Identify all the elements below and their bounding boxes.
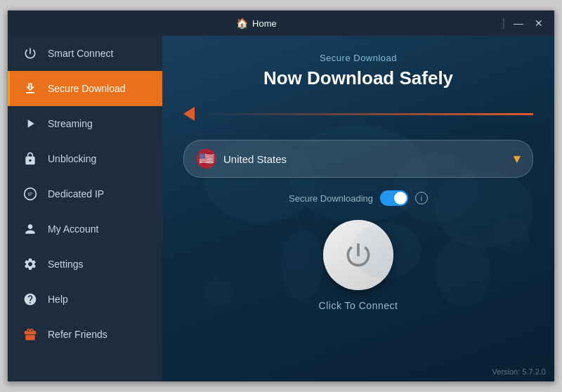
arrow-container bbox=[183, 103, 533, 124]
sidebar-item-label: Smart Connect bbox=[48, 48, 113, 59]
arrow-line bbox=[195, 113, 533, 115]
sidebar-item-refer-friends[interactable]: Refer Friends bbox=[8, 317, 162, 352]
title-bar-controls: | — ✕ bbox=[499, 17, 549, 30]
country-selector[interactable]: 🇺🇸 United States ▾ bbox=[183, 140, 533, 178]
country-name: United States bbox=[223, 153, 507, 165]
svg-point-7 bbox=[281, 230, 323, 300]
settings-icon bbox=[22, 256, 38, 272]
chevron-down-icon: ▾ bbox=[514, 151, 520, 166]
panel-title: Now Download Safely bbox=[263, 67, 453, 89]
sidebar-item-my-account[interactable]: My Account bbox=[8, 211, 162, 247]
secure-downloading-toggle[interactable] bbox=[380, 190, 408, 206]
ip-icon: IP bbox=[22, 186, 38, 202]
sidebar-item-secure-download[interactable]: Secure Download bbox=[8, 71, 162, 106]
panel-subtitle: Secure Download bbox=[320, 53, 397, 63]
sidebar-item-label: Settings bbox=[48, 259, 84, 270]
info-icon[interactable]: i bbox=[415, 192, 428, 204]
toggle-knob bbox=[394, 192, 407, 204]
play-icon bbox=[22, 116, 38, 131]
sidebar-item-label: Unblocking bbox=[48, 153, 96, 164]
account-icon bbox=[22, 221, 38, 237]
sidebar-item-label: My Account bbox=[48, 223, 98, 235]
secure-downloading-row: Secure Downloading i bbox=[289, 190, 428, 206]
sidebar-item-help[interactable]: Help bbox=[8, 282, 162, 317]
power-button-container bbox=[323, 220, 393, 290]
connect-label: Click To Connect bbox=[319, 300, 398, 311]
sidebar-item-label: Dedicated IP bbox=[48, 188, 104, 200]
sidebar-item-label: Secure Download bbox=[48, 83, 126, 94]
separator: | bbox=[502, 17, 505, 30]
main-content: Smart Connect Secure Download Streaming … bbox=[8, 36, 554, 381]
gift-icon bbox=[22, 327, 38, 342]
home-label: Home bbox=[252, 18, 277, 29]
power-icon bbox=[22, 46, 38, 61]
connect-power-button[interactable] bbox=[323, 220, 393, 290]
svg-point-8 bbox=[436, 237, 492, 307]
app-window: 🏠 Home | — ✕ Smart Connect Secure Downlo… bbox=[7, 10, 555, 382]
minimize-button[interactable]: — bbox=[508, 17, 529, 30]
home-button[interactable]: 🏠 Home bbox=[236, 18, 277, 29]
sidebar-item-label: Help bbox=[48, 294, 68, 305]
sidebar-item-smart-connect[interactable]: Smart Connect bbox=[8, 36, 162, 71]
version-text: Version: 5.7.2.0 bbox=[492, 367, 546, 376]
sidebar-item-streaming[interactable]: Streaming bbox=[8, 106, 162, 141]
sidebar-item-dedicated-ip[interactable]: IP Dedicated IP bbox=[8, 176, 162, 211]
svg-point-9 bbox=[204, 279, 233, 307]
lock-icon bbox=[22, 151, 38, 166]
right-panel: Secure Download Now Download Safely 🇺🇸 U… bbox=[162, 36, 554, 381]
svg-point-10 bbox=[495, 219, 530, 254]
sidebar-item-label: Streaming bbox=[48, 118, 93, 129]
title-bar: 🏠 Home | — ✕ bbox=[8, 11, 554, 36]
arrow-head bbox=[183, 107, 195, 121]
download-icon bbox=[22, 81, 38, 96]
sidebar: Smart Connect Secure Download Streaming … bbox=[8, 36, 162, 381]
close-button[interactable]: ✕ bbox=[529, 17, 549, 30]
svg-text:IP: IP bbox=[28, 192, 33, 197]
power-button-icon bbox=[343, 240, 374, 270]
sidebar-item-label: Refer Friends bbox=[48, 329, 107, 340]
svg-point-5 bbox=[436, 170, 533, 247]
help-icon bbox=[22, 292, 38, 307]
country-flag: 🇺🇸 bbox=[197, 149, 216, 169]
sidebar-item-unblocking[interactable]: Unblocking bbox=[8, 141, 162, 176]
home-icon: 🏠 bbox=[236, 18, 248, 29]
sidebar-item-settings[interactable]: Settings bbox=[8, 247, 162, 282]
secure-downloading-label: Secure Downloading bbox=[289, 193, 373, 204]
